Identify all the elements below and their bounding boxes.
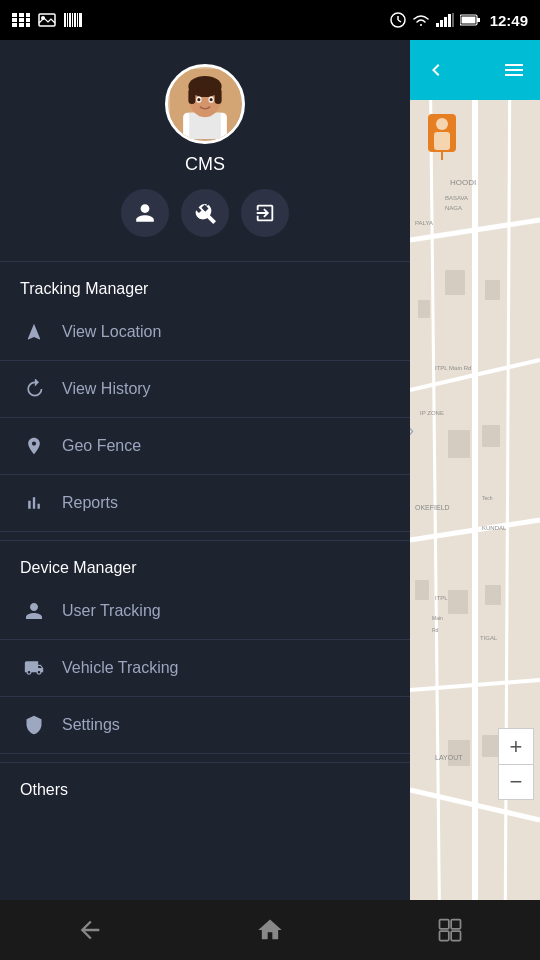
battery-icon: [460, 14, 480, 26]
logout-button[interactable]: [241, 189, 289, 237]
svg-rect-24: [448, 14, 451, 27]
menu-item-geo-fence[interactable]: Geo Fence: [0, 418, 410, 475]
home-button[interactable]: [256, 916, 284, 944]
svg-text:HOODI: HOODI: [450, 178, 476, 187]
svg-rect-2: [26, 13, 30, 17]
profile-buttons: [121, 189, 289, 237]
svg-rect-36: [215, 88, 222, 104]
svg-rect-22: [440, 20, 443, 27]
svg-rect-0: [12, 13, 17, 17]
svg-text:IP ZONE: IP ZONE: [420, 410, 444, 416]
svg-point-40: [210, 98, 213, 101]
svg-rect-57: [415, 580, 429, 600]
time-display: 12:49: [490, 12, 528, 29]
map-svg: HOODI BASAVA NAGA PALYA ITPL Main Rd IP …: [410, 40, 540, 960]
device-manager-header: Device Manager: [0, 549, 410, 583]
svg-text:LAYOUT: LAYOUT: [435, 754, 463, 761]
svg-rect-13: [69, 13, 71, 27]
divider-3: [0, 762, 410, 763]
svg-rect-15: [74, 13, 76, 27]
menu-item-user-tracking[interactable]: User Tracking: [0, 583, 410, 640]
clock-icon: [390, 12, 406, 28]
map-back-button[interactable]: [418, 52, 454, 88]
svg-text:PALYA: PALYA: [415, 220, 433, 226]
view-location-label: View Location: [62, 323, 161, 341]
view-history-label: View History: [62, 380, 151, 398]
username: CMS: [185, 154, 225, 175]
svg-rect-79: [440, 931, 449, 940]
svg-rect-5: [26, 18, 30, 22]
svg-rect-50: [445, 270, 465, 295]
tracking-manager-header: Tracking Manager: [0, 270, 410, 304]
svg-rect-27: [477, 18, 480, 22]
svg-text:ITPL: ITPL: [435, 595, 448, 601]
main-layout: CMS Tracking Manager View Location: [0, 40, 540, 960]
menu-item-reports[interactable]: Reports: [0, 475, 410, 532]
svg-rect-52: [418, 300, 430, 318]
svg-rect-1: [19, 13, 24, 17]
svg-rect-23: [444, 17, 447, 27]
svg-rect-58: [448, 740, 470, 766]
arrow-icon: [20, 318, 48, 346]
avatar-image: [168, 64, 242, 144]
menu-item-settings[interactable]: Settings: [0, 697, 410, 754]
svg-rect-6: [12, 23, 17, 27]
shield-icon: [20, 711, 48, 739]
clock-menu-icon: [20, 375, 48, 403]
svg-rect-8: [26, 23, 30, 27]
menu-item-view-history[interactable]: View History: [0, 361, 410, 418]
geo-fence-label: Geo Fence: [62, 437, 141, 455]
tools-button[interactable]: [181, 189, 229, 237]
svg-text:TIGAL: TIGAL: [480, 635, 498, 641]
menu-item-vehicle-tracking[interactable]: Vehicle Tracking: [0, 640, 410, 697]
zoom-in-button[interactable]: +: [498, 728, 534, 764]
svg-rect-80: [451, 920, 460, 929]
svg-point-39: [197, 98, 200, 101]
svg-rect-21: [436, 23, 439, 27]
sidebar-collapse-arrow[interactable]: ›: [410, 420, 540, 441]
back-button[interactable]: [76, 916, 104, 944]
reports-label: Reports: [62, 494, 118, 512]
svg-rect-81: [451, 931, 460, 940]
svg-rect-25: [452, 13, 454, 27]
svg-rect-16: [77, 13, 78, 27]
svg-rect-4: [19, 18, 24, 22]
user-tracking-label: User Tracking: [62, 602, 161, 620]
user-profile-button[interactable]: [121, 189, 169, 237]
image-icon: [38, 13, 56, 27]
svg-rect-28: [461, 17, 475, 24]
recent-apps-button[interactable]: [436, 916, 464, 944]
settings-label: Settings: [62, 716, 120, 734]
svg-text:KUNDAL: KUNDAL: [482, 525, 507, 531]
pin-icon: [20, 432, 48, 460]
svg-text:Main: Main: [432, 615, 443, 621]
signal-icon: [436, 13, 454, 27]
zoom-out-button[interactable]: −: [498, 764, 534, 800]
divider-1: [0, 261, 410, 262]
svg-text:BASAVA: BASAVA: [445, 195, 468, 201]
svg-rect-3: [12, 18, 17, 22]
map-menu-button[interactable]: [496, 52, 532, 88]
svg-rect-12: [67, 13, 68, 27]
map-area: HOODI BASAVA NAGA PALYA ITPL Main Rd IP …: [410, 40, 540, 960]
truck-icon: [20, 654, 48, 682]
svg-rect-35: [188, 88, 195, 104]
svg-rect-17: [79, 13, 82, 27]
svg-rect-78: [440, 920, 449, 929]
person-icon: [20, 597, 48, 625]
svg-text:ITPL Main Rd: ITPL Main Rd: [435, 365, 471, 371]
svg-text:Tech: Tech: [482, 495, 493, 501]
svg-rect-11: [64, 13, 66, 27]
menu-item-view-location[interactable]: View Location: [0, 304, 410, 361]
svg-rect-56: [485, 585, 501, 605]
svg-rect-51: [485, 280, 500, 300]
map-header: [410, 40, 540, 100]
vehicle-tracking-label: Vehicle Tracking: [62, 659, 179, 677]
profile-area: CMS: [0, 40, 410, 253]
status-icons-left: [12, 13, 82, 27]
svg-rect-14: [72, 13, 73, 27]
svg-text:Rd: Rd: [432, 627, 439, 633]
others-header: Others: [0, 771, 410, 805]
svg-text:NAGA: NAGA: [445, 205, 462, 211]
svg-text:OKEFIELD: OKEFIELD: [415, 504, 450, 511]
